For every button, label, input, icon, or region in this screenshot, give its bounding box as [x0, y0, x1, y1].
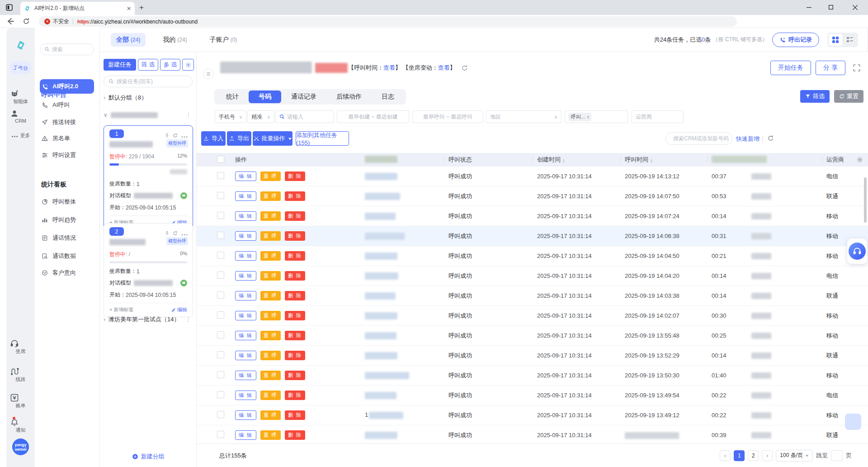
row-delete-button[interactable]: 删 除 [285, 172, 305, 181]
field-select[interactable]: 手机号∨ [215, 110, 246, 123]
new-group-button[interactable]: 新建分组 [100, 453, 196, 461]
row-checkbox[interactable] [217, 291, 224, 299]
row-recall-button[interactable]: 重 呼 [260, 291, 281, 300]
row-recall-button[interactable]: 重 呼 [260, 351, 281, 360]
security-label[interactable]: 不安全 [53, 18, 69, 25]
chip-close-icon[interactable]: x [587, 114, 589, 119]
row-checkbox[interactable] [217, 331, 224, 338]
browser-tab[interactable]: AI呼叫2.0 - 新增站点 ✕ [20, 2, 135, 15]
user-avatar[interactable]: yangy uemei [12, 438, 29, 455]
view-seat-change-link[interactable]: 查看 [438, 64, 450, 71]
group-more-icon[interactable]: … [188, 317, 192, 323]
crm-search-input[interactable]: 搜索CRM或添加新号码（至少... [665, 132, 732, 145]
row-delete-button[interactable]: 删 除 [285, 351, 305, 360]
row-edit-button[interactable]: 编 辑 [235, 251, 256, 261]
match-mode-select[interactable]: 精准∨ [247, 110, 274, 123]
refresh-page-icon[interactable] [23, 18, 30, 25]
row-delete-button[interactable]: 删 除 [285, 371, 305, 380]
window-minimize-button[interactable] [798, 0, 819, 14]
tab-logs[interactable]: 日志 [372, 91, 404, 103]
col-called-time[interactable]: 呼叫时间▲▼ [625, 156, 712, 164]
add-tag-button[interactable]: + 新增标签 [109, 306, 133, 313]
row-delete-button[interactable]: 删 除 [285, 191, 305, 201]
refresh-icon[interactable] [173, 231, 178, 236]
share-button[interactable]: 分 享 [816, 61, 845, 75]
start-task-button[interactable]: 开始任务 [770, 61, 811, 75]
row-recall-button[interactable]: 重 呼 [260, 391, 281, 400]
row-edit-button[interactable]: 编 辑 [235, 311, 256, 320]
row-recall-button[interactable]: 重 呼 [260, 430, 281, 440]
next-page-button[interactable]: › [762, 450, 773, 461]
row-delete-button[interactable]: 删 除 [285, 391, 305, 400]
created-range-picker[interactable]: 最早创建 ~ 最迟创建 [337, 110, 409, 123]
row-edit-button[interactable]: 编 辑 [235, 371, 256, 380]
address-bar[interactable]: ✕ 不安全 https://aicc.yizheai.cn/#/workbenc… [39, 16, 737, 27]
tab-actions-icon[interactable] [6, 4, 13, 11]
menu-item-blacklist[interactable]: 黑名单 [40, 133, 94, 144]
sidebar-item-billing[interactable]: 账单 [10, 393, 31, 409]
row-checkbox[interactable] [217, 351, 224, 358]
sidebar-item-crm[interactable]: CRM [10, 109, 31, 124]
prev-page-button[interactable]: ‹ [720, 450, 731, 461]
menu-item-call-status[interactable]: 通话情况 [40, 232, 94, 244]
row-delete-button[interactable]: 删 除 [285, 211, 305, 221]
menu-item-call-settings[interactable]: 呼叫设置 [40, 149, 94, 161]
task-card-1[interactable]: 1 … 模型外呼 暂停中: 229 / 1904 12% [104, 125, 193, 230]
row-edit-button[interactable]: 编 辑 [235, 191, 256, 201]
row-checkbox[interactable] [217, 391, 224, 398]
pin-icon[interactable] [165, 133, 170, 138]
secondary-fab[interactable] [845, 414, 861, 430]
refresh-icon[interactable] [173, 133, 178, 138]
col-call-status[interactable]: 呼叫状态 [448, 156, 537, 164]
row-recall-button[interactable]: 重 呼 [260, 410, 281, 420]
card-edit-button[interactable]: 编辑 [171, 306, 187, 313]
tab-subaccount-tasks[interactable]: 子账户(0) [204, 33, 243, 47]
sidebar-item-workbench[interactable]: 工作台 [10, 62, 31, 74]
tab-close-icon[interactable]: ✕ [127, 6, 131, 11]
row-recall-button[interactable]: 重 呼 [260, 211, 281, 221]
task-filter-button[interactable]: 筛 选 [138, 59, 158, 71]
row-checkbox[interactable] [217, 371, 224, 378]
menu-item-ai-call[interactable]: AI呼叫 [40, 99, 94, 111]
row-checkbox[interactable] [217, 431, 224, 438]
row-edit-button[interactable]: 编 辑 [235, 410, 256, 420]
row-edit-button[interactable]: 编 辑 [235, 430, 256, 440]
page-1-button[interactable]: 1 [734, 450, 745, 461]
window-close-button[interactable] [844, 0, 865, 14]
row-delete-button[interactable]: 删 除 [285, 231, 305, 241]
menu-search-input[interactable]: 搜索 [40, 43, 94, 55]
tab-statistics[interactable]: 统计 [216, 91, 249, 103]
row-recall-button[interactable]: 重 呼 [260, 271, 281, 281]
row-checkbox[interactable] [217, 272, 224, 279]
row-delete-button[interactable]: 删 除 [285, 311, 305, 320]
card-more-icon[interactable]: … [181, 131, 188, 139]
sidebar-item-agent[interactable]: 智能体 [10, 89, 31, 105]
row-recall-button[interactable]: 重 呼 [260, 251, 281, 261]
row-edit-button[interactable]: 编 辑 [235, 211, 256, 221]
menu-item-call-overview[interactable]: 呼叫整体 [40, 196, 94, 208]
tab-my-tasks[interactable]: 我的(24) [157, 33, 192, 47]
list-view-icon[interactable] [843, 34, 857, 46]
sidebar-item-lines[interactable]: 线路 [10, 367, 31, 383]
pin-icon[interactable] [165, 231, 170, 236]
card-more-icon[interactable]: … [181, 229, 188, 237]
region-select[interactable]: 地区∨ [486, 110, 561, 123]
task-search-input[interactable]: 搜索任务(回车) [104, 76, 193, 87]
new-tab-button[interactable]: + [139, 4, 144, 11]
column-settings[interactable] [857, 157, 868, 163]
sidebar-item-seats[interactable]: 坐席 [10, 339, 31, 355]
menu-item-customer-intent[interactable]: 客户意向 [40, 267, 94, 279]
row-edit-button[interactable]: 编 辑 [235, 391, 256, 400]
row-checkbox[interactable] [217, 411, 224, 418]
menu-item-call-data[interactable]: 通话数据 [40, 250, 94, 262]
row-edit-button[interactable]: 编 辑 [235, 271, 256, 281]
row-edit-button[interactable]: 编 辑 [235, 231, 256, 241]
batch-actions-button[interactable]: 批量操作 [253, 131, 292, 146]
row-delete-button[interactable]: 删 除 [285, 291, 305, 300]
row-checkbox[interactable] [217, 252, 224, 259]
quick-add-button[interactable]: 快速新增 [736, 135, 760, 143]
carrier-input[interactable]: 运营商 [632, 110, 684, 123]
export-button[interactable]: 导出 [227, 131, 251, 146]
row-recall-button[interactable]: 重 呼 [260, 191, 281, 201]
tab-all-tasks[interactable]: 全部(24) [111, 33, 146, 47]
